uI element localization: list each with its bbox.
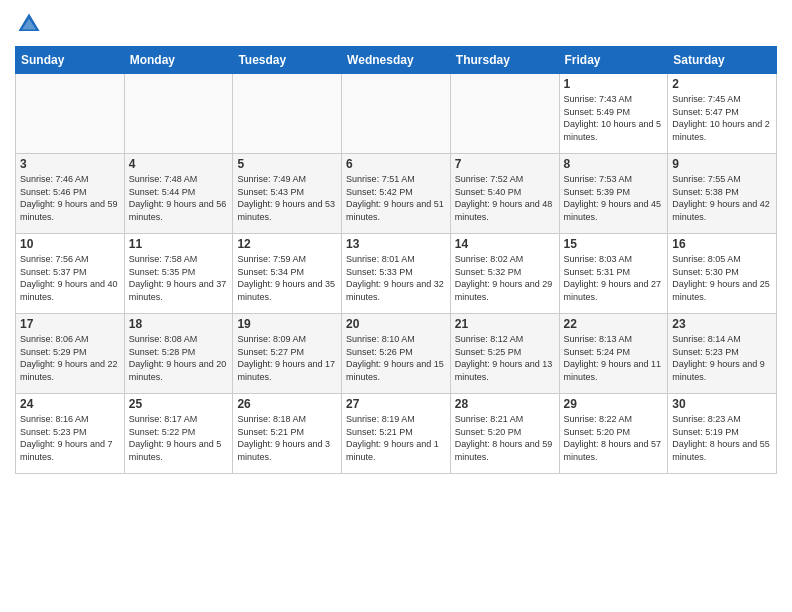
day-number: 3 (20, 157, 120, 171)
day-info: Sunrise: 7:48 AMSunset: 5:44 PMDaylight:… (129, 173, 229, 223)
day-info: Sunrise: 8:14 AMSunset: 5:23 PMDaylight:… (672, 333, 772, 383)
calendar-day-cell (342, 74, 451, 154)
day-info: Sunrise: 8:01 AMSunset: 5:33 PMDaylight:… (346, 253, 446, 303)
calendar-day-cell: 10Sunrise: 7:56 AMSunset: 5:37 PMDayligh… (16, 234, 125, 314)
weekday-header-wednesday: Wednesday (342, 47, 451, 74)
calendar-day-cell: 17Sunrise: 8:06 AMSunset: 5:29 PMDayligh… (16, 314, 125, 394)
day-info: Sunrise: 7:59 AMSunset: 5:34 PMDaylight:… (237, 253, 337, 303)
day-info: Sunrise: 7:45 AMSunset: 5:47 PMDaylight:… (672, 93, 772, 143)
day-info: Sunrise: 7:53 AMSunset: 5:39 PMDaylight:… (564, 173, 664, 223)
day-number: 27 (346, 397, 446, 411)
day-number: 7 (455, 157, 555, 171)
calendar-day-cell: 1Sunrise: 7:43 AMSunset: 5:49 PMDaylight… (559, 74, 668, 154)
day-info: Sunrise: 7:43 AMSunset: 5:49 PMDaylight:… (564, 93, 664, 143)
day-info: Sunrise: 8:12 AMSunset: 5:25 PMDaylight:… (455, 333, 555, 383)
day-info: Sunrise: 8:21 AMSunset: 5:20 PMDaylight:… (455, 413, 555, 463)
calendar-week-row: 10Sunrise: 7:56 AMSunset: 5:37 PMDayligh… (16, 234, 777, 314)
day-info: Sunrise: 8:08 AMSunset: 5:28 PMDaylight:… (129, 333, 229, 383)
calendar-day-cell: 14Sunrise: 8:02 AMSunset: 5:32 PMDayligh… (450, 234, 559, 314)
calendar-day-cell: 13Sunrise: 8:01 AMSunset: 5:33 PMDayligh… (342, 234, 451, 314)
calendar-day-cell: 19Sunrise: 8:09 AMSunset: 5:27 PMDayligh… (233, 314, 342, 394)
calendar-day-cell: 29Sunrise: 8:22 AMSunset: 5:20 PMDayligh… (559, 394, 668, 474)
weekday-header-monday: Monday (124, 47, 233, 74)
day-info: Sunrise: 7:51 AMSunset: 5:42 PMDaylight:… (346, 173, 446, 223)
day-info: Sunrise: 8:18 AMSunset: 5:21 PMDaylight:… (237, 413, 337, 463)
calendar-day-cell: 3Sunrise: 7:46 AMSunset: 5:46 PMDaylight… (16, 154, 125, 234)
day-number: 15 (564, 237, 664, 251)
calendar-day-cell: 23Sunrise: 8:14 AMSunset: 5:23 PMDayligh… (668, 314, 777, 394)
logo (15, 10, 47, 38)
calendar-day-cell: 9Sunrise: 7:55 AMSunset: 5:38 PMDaylight… (668, 154, 777, 234)
day-number: 4 (129, 157, 229, 171)
day-number: 21 (455, 317, 555, 331)
calendar-day-cell: 27Sunrise: 8:19 AMSunset: 5:21 PMDayligh… (342, 394, 451, 474)
calendar-day-cell: 11Sunrise: 7:58 AMSunset: 5:35 PMDayligh… (124, 234, 233, 314)
day-info: Sunrise: 7:49 AMSunset: 5:43 PMDaylight:… (237, 173, 337, 223)
logo-icon (15, 10, 43, 38)
day-info: Sunrise: 8:05 AMSunset: 5:30 PMDaylight:… (672, 253, 772, 303)
calendar-week-row: 3Sunrise: 7:46 AMSunset: 5:46 PMDaylight… (16, 154, 777, 234)
day-info: Sunrise: 8:22 AMSunset: 5:20 PMDaylight:… (564, 413, 664, 463)
calendar-day-cell: 26Sunrise: 8:18 AMSunset: 5:21 PMDayligh… (233, 394, 342, 474)
day-number: 22 (564, 317, 664, 331)
page-header (15, 10, 777, 38)
calendar-day-cell: 22Sunrise: 8:13 AMSunset: 5:24 PMDayligh… (559, 314, 668, 394)
day-info: Sunrise: 7:52 AMSunset: 5:40 PMDaylight:… (455, 173, 555, 223)
calendar-day-cell (124, 74, 233, 154)
day-info: Sunrise: 8:10 AMSunset: 5:26 PMDaylight:… (346, 333, 446, 383)
weekday-header-friday: Friday (559, 47, 668, 74)
calendar-header: SundayMondayTuesdayWednesdayThursdayFrid… (16, 47, 777, 74)
day-info: Sunrise: 8:03 AMSunset: 5:31 PMDaylight:… (564, 253, 664, 303)
calendar-day-cell (450, 74, 559, 154)
day-info: Sunrise: 7:58 AMSunset: 5:35 PMDaylight:… (129, 253, 229, 303)
calendar-day-cell: 6Sunrise: 7:51 AMSunset: 5:42 PMDaylight… (342, 154, 451, 234)
calendar-day-cell: 4Sunrise: 7:48 AMSunset: 5:44 PMDaylight… (124, 154, 233, 234)
weekday-header-tuesday: Tuesday (233, 47, 342, 74)
calendar-day-cell: 30Sunrise: 8:23 AMSunset: 5:19 PMDayligh… (668, 394, 777, 474)
day-number: 14 (455, 237, 555, 251)
day-number: 13 (346, 237, 446, 251)
day-info: Sunrise: 7:56 AMSunset: 5:37 PMDaylight:… (20, 253, 120, 303)
weekday-header-sunday: Sunday (16, 47, 125, 74)
calendar-day-cell: 16Sunrise: 8:05 AMSunset: 5:30 PMDayligh… (668, 234, 777, 314)
calendar-week-row: 17Sunrise: 8:06 AMSunset: 5:29 PMDayligh… (16, 314, 777, 394)
day-info: Sunrise: 8:16 AMSunset: 5:23 PMDaylight:… (20, 413, 120, 463)
day-number: 8 (564, 157, 664, 171)
weekday-header-row: SundayMondayTuesdayWednesdayThursdayFrid… (16, 47, 777, 74)
weekday-header-saturday: Saturday (668, 47, 777, 74)
day-number: 20 (346, 317, 446, 331)
calendar-day-cell: 7Sunrise: 7:52 AMSunset: 5:40 PMDaylight… (450, 154, 559, 234)
day-number: 10 (20, 237, 120, 251)
calendar-week-row: 1Sunrise: 7:43 AMSunset: 5:49 PMDaylight… (16, 74, 777, 154)
calendar-week-row: 24Sunrise: 8:16 AMSunset: 5:23 PMDayligh… (16, 394, 777, 474)
day-number: 23 (672, 317, 772, 331)
day-info: Sunrise: 8:09 AMSunset: 5:27 PMDaylight:… (237, 333, 337, 383)
day-number: 11 (129, 237, 229, 251)
day-number: 28 (455, 397, 555, 411)
day-number: 26 (237, 397, 337, 411)
day-number: 24 (20, 397, 120, 411)
day-number: 9 (672, 157, 772, 171)
calendar-day-cell: 21Sunrise: 8:12 AMSunset: 5:25 PMDayligh… (450, 314, 559, 394)
day-number: 2 (672, 77, 772, 91)
calendar-day-cell: 2Sunrise: 7:45 AMSunset: 5:47 PMDaylight… (668, 74, 777, 154)
calendar-day-cell: 12Sunrise: 7:59 AMSunset: 5:34 PMDayligh… (233, 234, 342, 314)
calendar-day-cell: 15Sunrise: 8:03 AMSunset: 5:31 PMDayligh… (559, 234, 668, 314)
day-number: 18 (129, 317, 229, 331)
calendar-day-cell: 25Sunrise: 8:17 AMSunset: 5:22 PMDayligh… (124, 394, 233, 474)
page-container: SundayMondayTuesdayWednesdayThursdayFrid… (0, 0, 792, 484)
calendar-day-cell (16, 74, 125, 154)
day-info: Sunrise: 8:23 AMSunset: 5:19 PMDaylight:… (672, 413, 772, 463)
day-number: 17 (20, 317, 120, 331)
day-number: 12 (237, 237, 337, 251)
calendar-body: 1Sunrise: 7:43 AMSunset: 5:49 PMDaylight… (16, 74, 777, 474)
day-number: 1 (564, 77, 664, 91)
calendar-table: SundayMondayTuesdayWednesdayThursdayFrid… (15, 46, 777, 474)
day-info: Sunrise: 8:02 AMSunset: 5:32 PMDaylight:… (455, 253, 555, 303)
day-number: 19 (237, 317, 337, 331)
day-number: 25 (129, 397, 229, 411)
calendar-day-cell: 24Sunrise: 8:16 AMSunset: 5:23 PMDayligh… (16, 394, 125, 474)
day-info: Sunrise: 7:55 AMSunset: 5:38 PMDaylight:… (672, 173, 772, 223)
day-number: 5 (237, 157, 337, 171)
calendar-day-cell: 20Sunrise: 8:10 AMSunset: 5:26 PMDayligh… (342, 314, 451, 394)
